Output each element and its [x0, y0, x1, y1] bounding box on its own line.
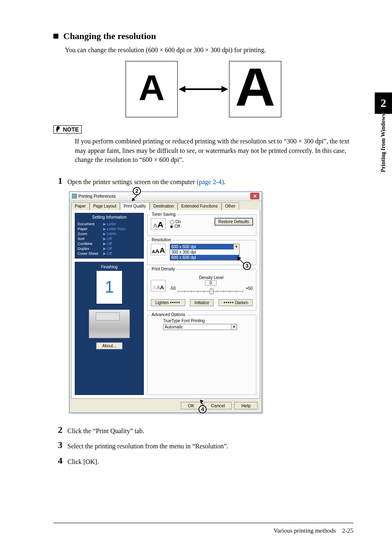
- truetype-label: TrueType Font Printing: [163, 319, 253, 323]
- heading-bullet: [53, 34, 58, 39]
- density-slider[interactable]: [178, 285, 243, 296]
- finishing-label: Finishing: [101, 265, 118, 269]
- svg-text:A: A: [235, 69, 275, 110]
- heading-text: Changing the resolution: [63, 31, 156, 41]
- finishing-panel: Finishing 1 About...: [75, 262, 144, 395]
- note-text: If you perform combined printing or redu…: [75, 137, 349, 164]
- truetype-dropdown[interactable]: Automatic ▼: [163, 324, 237, 330]
- intro-text: You can change the resolution (600 × 600…: [65, 46, 353, 55]
- density-icon: AAA: [151, 280, 166, 291]
- resolution-diagram: A A: [125, 60, 281, 118]
- info-row: Combine▶Off: [78, 242, 141, 246]
- step-3: 3 Select the printing resolution from th…: [53, 441, 353, 451]
- tab-destination[interactable]: Destination: [150, 202, 178, 210]
- step-2: 2 Click the “Print Quality” tab.: [53, 425, 353, 436]
- step-1-suffix: .: [224, 178, 226, 185]
- advanced-legend: Advanced Options: [150, 312, 187, 317]
- printing-preferences-dialog: 2 3 4 Printing Preferences ✕ Paper Page …: [69, 192, 262, 413]
- print-density-group: Print Density AAA Density Level -50: [147, 269, 256, 311]
- callout-2-arrow: [130, 194, 140, 203]
- section-heading: Changing the resolution: [53, 31, 353, 42]
- dialog-titlebar: Printing Preferences ✕: [69, 192, 262, 201]
- info-row: Duplex▶Off: [78, 247, 141, 251]
- step-3-text: Select the printing resolution from the …: [67, 441, 228, 451]
- letter-a-large-icon: A: [135, 73, 168, 106]
- info-row: Cover Sheet▶Off: [78, 252, 141, 256]
- toner-on-radio[interactable]: ◯ On: [170, 219, 181, 224]
- resolution-dropdown[interactable]: 600 x 600 dpi ▼ 300 x 300 dpi 600 x 600 …: [170, 244, 240, 261]
- step-number: 3: [53, 441, 62, 450]
- note-label: NOTE: [63, 126, 79, 133]
- svg-text:A: A: [138, 73, 165, 106]
- screenshot: 2 3 4 Printing Preferences ✕ Paper Page …: [69, 192, 353, 413]
- step-number: 1: [53, 176, 62, 185]
- resolution-icon: AAA: [151, 244, 166, 255]
- step-1-text: Open the printer settings screen on the …: [67, 178, 197, 185]
- chevron-down-icon: ▼: [231, 324, 237, 330]
- toner-saving-icon: AA: [151, 218, 166, 230]
- tab-extended-functions[interactable]: Extended Functions: [178, 202, 221, 210]
- step-4: 4 Click [OK].: [53, 456, 353, 466]
- resolution-option[interactable]: 600 x 600 dpi: [170, 255, 239, 260]
- dialog-body: Setting Information Document▶Letter Pape…: [71, 210, 260, 399]
- density-right: +50: [246, 286, 253, 291]
- darken-button[interactable]: ▸▸▸▸▸Darken: [219, 299, 253, 306]
- toner-saving-group: Toner Saving Restore Defaults AA ◯ On ◉ …: [147, 215, 256, 236]
- step-number: 4: [53, 456, 62, 465]
- print-density-legend: Print Density: [150, 267, 177, 271]
- step-2-text: Click the “Print Quality” tab.: [67, 425, 144, 436]
- callout-2: 2: [133, 187, 141, 195]
- info-row: Paper▶Letter Plain: [78, 227, 141, 231]
- page-preview: 1: [97, 271, 122, 304]
- advanced-options-group: Advanced Options TrueType Font Printing …: [147, 315, 256, 395]
- density-left: -50: [170, 286, 175, 291]
- printer-illustration: [89, 309, 130, 338]
- toner-saving-legend: Toner Saving: [150, 212, 177, 217]
- resolution-option[interactable]: 300 x 300 dpi: [170, 249, 239, 255]
- info-row: Document▶Letter: [78, 222, 141, 226]
- toner-saving-radios: ◯ On ◉ Off: [170, 219, 186, 229]
- density-level-label: Density Level: [170, 275, 253, 280]
- side-tab-label: Printing from Windows: [375, 114, 392, 221]
- resolution-legend: Resolution: [150, 238, 173, 242]
- info-row: Zoom▶100%: [78, 232, 141, 236]
- step-1: 1 Open the printer settings screen on th…: [53, 176, 353, 187]
- chevron-down-icon: ▼: [233, 244, 239, 250]
- letter-a-xlarge-icon: A: [235, 69, 276, 110]
- page-footer: Various printing methods 2-25: [53, 523, 353, 534]
- truetype-value: Automatic: [165, 325, 183, 329]
- note-icon: [55, 126, 61, 133]
- callout-3: 3: [243, 262, 251, 270]
- app-icon: [72, 194, 77, 199]
- dialog-title-text: Printing Preferences: [78, 194, 116, 199]
- tab-other[interactable]: Other: [221, 202, 239, 210]
- restore-defaults-button[interactable]: Restore Defaults: [215, 218, 253, 225]
- note-badge: NOTE: [53, 125, 82, 134]
- info-row: Sort▶Off: [78, 237, 141, 241]
- about-button[interactable]: About...: [96, 342, 122, 349]
- chapter-number: 2: [375, 92, 392, 114]
- diagram-arrow: [178, 83, 229, 95]
- svg-marker-2: [179, 86, 185, 92]
- step-4-text: Click [OK].: [67, 456, 99, 466]
- slider-thumb[interactable]: [210, 289, 214, 294]
- resolution-selected: 600 x 600 dpi: [170, 244, 239, 249]
- callout-4: 4: [198, 405, 207, 413]
- help-button[interactable]: Help: [234, 402, 258, 409]
- lighten-button[interactable]: Lighten◂◂◂◂◂: [151, 299, 185, 306]
- page-ref-link[interactable]: (page 2-4): [197, 178, 224, 185]
- tab-page-layout[interactable]: Page Layout: [90, 202, 120, 210]
- svg-marker-3: [221, 86, 228, 92]
- side-tab: 2 Printing from Windows: [375, 92, 392, 224]
- setting-information-panel: Setting Information Document▶Letter Pape…: [75, 213, 144, 259]
- footer-page-number: 2-25: [342, 527, 354, 534]
- tab-strip: Paper Page Layout Print Quality Destinat…: [69, 201, 262, 210]
- setting-information-header: Setting Information: [78, 215, 141, 219]
- step-number: 2: [53, 425, 62, 434]
- dialog-footer-buttons: OK Cancel Help: [69, 399, 262, 413]
- initialize-button[interactable]: Initialize: [190, 299, 214, 306]
- toner-off-radio[interactable]: ◉ Off: [170, 224, 180, 229]
- diagram-box-left: A: [125, 61, 178, 118]
- close-button[interactable]: ✕: [250, 193, 259, 199]
- tab-paper[interactable]: Paper: [71, 202, 90, 210]
